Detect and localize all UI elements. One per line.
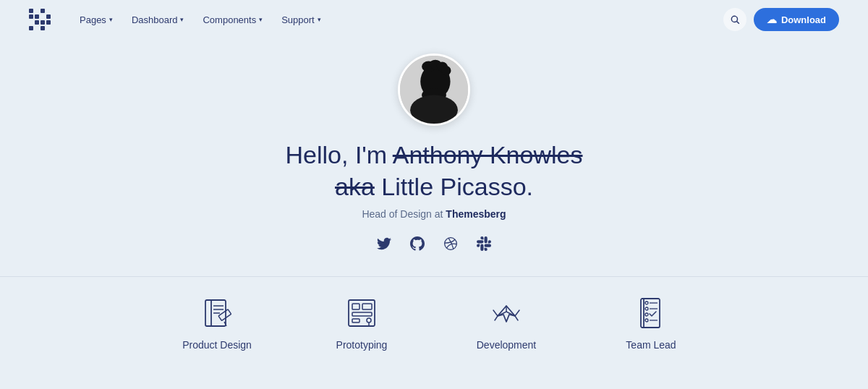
hero-subtitle: Head of Design at Themesberg xyxy=(362,208,506,220)
nav-links: Pages ▾ Dashboard ▾ Components ▾ Support… xyxy=(72,10,723,30)
svg-point-28 xyxy=(645,302,648,304)
chevron-down-icon: ▾ xyxy=(259,16,263,23)
slack-icon[interactable] xyxy=(473,233,495,255)
nav-dashboard[interactable]: Dashboard ▾ xyxy=(124,10,192,30)
strikethrough-name: Anthony Knowles xyxy=(393,141,583,168)
svg-point-29 xyxy=(645,307,648,310)
feature-prototyping: Prototyping xyxy=(289,294,434,351)
avatar xyxy=(398,54,470,126)
feature-product-design: Product Design xyxy=(145,294,289,351)
chevron-down-icon: ▾ xyxy=(180,16,184,23)
feature-label-team-lead: Team Lead xyxy=(626,339,676,351)
prototype-icon xyxy=(343,294,380,332)
hero-title: Hello, I'm Anthony Knowles aka Little Pi… xyxy=(286,139,583,202)
download-icon: ☁ xyxy=(767,14,777,25)
nav-support[interactable]: Support ▾ xyxy=(274,10,328,30)
feature-team-lead: Team Lead xyxy=(579,294,723,351)
design-icon xyxy=(198,294,236,332)
nav-components[interactable]: Components ▾ xyxy=(195,10,270,30)
svg-point-30 xyxy=(645,313,648,316)
svg-point-31 xyxy=(645,319,648,322)
svg-rect-22 xyxy=(352,312,372,316)
svg-line-1 xyxy=(737,22,739,24)
dribbble-icon[interactable] xyxy=(440,233,461,255)
svg-point-0 xyxy=(731,16,737,22)
github-icon[interactable] xyxy=(407,233,428,255)
svg-rect-21 xyxy=(362,304,372,309)
svg-point-7 xyxy=(441,66,451,75)
download-button[interactable]: ☁ Download xyxy=(754,8,839,31)
svg-point-10 xyxy=(410,95,458,124)
nav-pages[interactable]: Pages ▾ xyxy=(72,10,120,30)
svg-rect-23 xyxy=(352,319,359,322)
feature-label-development: Development xyxy=(477,339,537,351)
feature-development: Development xyxy=(434,294,579,351)
features-row: Product Design Prototyping xyxy=(0,276,868,351)
svg-rect-20 xyxy=(352,304,359,309)
logo[interactable] xyxy=(29,9,51,30)
feature-label-prototyping: Prototyping xyxy=(336,339,388,351)
twitter-icon[interactable] xyxy=(373,233,395,255)
hero-section: Hello, I'm Anthony Knowles aka Little Pi… xyxy=(0,39,868,351)
teamlead-icon xyxy=(632,294,670,332)
social-links xyxy=(373,233,495,255)
feature-label-product-design: Product Design xyxy=(182,339,252,351)
svg-point-24 xyxy=(367,318,371,322)
navbar: Pages ▾ Dashboard ▾ Components ▾ Support… xyxy=(0,0,868,39)
svg-rect-17 xyxy=(218,309,231,321)
chevron-down-icon: ▾ xyxy=(318,16,321,23)
aka-label: aka xyxy=(335,173,375,200)
development-icon xyxy=(488,294,525,332)
chevron-down-icon: ▾ xyxy=(109,16,113,23)
search-icon[interactable] xyxy=(723,8,746,31)
